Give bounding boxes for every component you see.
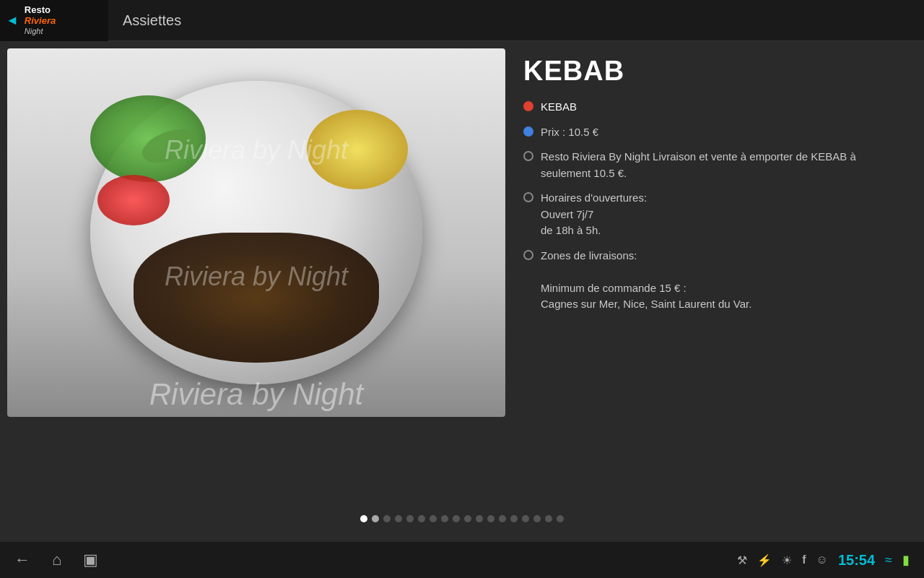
dot-14[interactable]	[522, 515, 529, 522]
image-icon: ☀	[782, 553, 792, 567]
dot-17[interactable]	[557, 515, 564, 522]
android-icon: ⚒	[737, 553, 747, 567]
detail-hours-text: Horaires d'ouvertures:Ouvert 7j/7de 18h …	[541, 190, 647, 239]
bullet-gray-icon-1	[523, 151, 533, 161]
android-bottom-bar: ← ⌂ ▣ ⚒ ⚡ ☀ f ☺ 15:54 ≈ ▮	[0, 542, 924, 578]
dot-7[interactable]	[441, 515, 448, 522]
detail-zones: Zones de livraisons:Minimum de commande …	[523, 248, 906, 313]
pagination-dots	[0, 504, 924, 533]
detail-price-text: Prix : 10.5 €	[541, 124, 598, 141]
detail-description-text: Resto Riviera By Night Livraison et vent…	[541, 149, 906, 181]
logo-riviera: Riviera	[25, 15, 56, 27]
home-nav-button[interactable]: ⌂	[52, 551, 61, 569]
logo-area[interactable]: ◄ Resto Riviera Night	[0, 0, 108, 41]
dot-5[interactable]	[418, 515, 425, 522]
bullet-gray-icon-3	[523, 250, 533, 260]
dish-title: KEBAB	[523, 56, 906, 87]
dot-0[interactable]	[360, 515, 367, 522]
battery-icon: ▮	[902, 552, 910, 568]
dot-4[interactable]	[406, 515, 414, 522]
food-kebab	[134, 233, 379, 363]
nav-buttons: ← ⌂ ▣	[14, 551, 98, 569]
dot-8[interactable]	[453, 515, 460, 522]
detail-description: Resto Riviera By Night Livraison et vent…	[523, 149, 906, 181]
food-rice	[307, 110, 408, 189]
detail-price: Prix : 10.5 €	[523, 124, 906, 141]
dot-12[interactable]	[499, 515, 506, 522]
dot-3[interactable]	[395, 515, 402, 522]
dot-11[interactable]	[487, 515, 494, 522]
logo-text-block: Resto Riviera Night	[25, 4, 56, 36]
main-content: Riviera by Night Riviera by Night Rivier…	[0, 41, 924, 499]
logo-night: Night	[25, 27, 56, 36]
detail-zones-text: Zones de livraisons:Minimum de commande …	[541, 248, 751, 313]
status-icons: ⚒ ⚡ ☀ f ☺ 15:54 ≈ ▮	[737, 552, 910, 569]
wifi-icon: ≈	[885, 553, 892, 568]
usb-icon: ⚡	[757, 553, 772, 567]
apps-nav-button[interactable]: ▣	[83, 551, 98, 569]
logo-resto: Resto	[25, 4, 56, 16]
bullet-blue-icon	[523, 126, 533, 137]
detail-hours: Horaires d'ouvertures:Ouvert 7j/7de 18h …	[523, 190, 906, 239]
person-icon: ☺	[816, 553, 828, 566]
back-arrow-icon[interactable]: ◄	[6, 13, 19, 28]
dot-10[interactable]	[476, 515, 483, 522]
page-title: Assiettes	[108, 12, 181, 29]
bullet-red-icon	[523, 101, 533, 111]
dot-9[interactable]	[464, 515, 471, 522]
food-tomatoes	[97, 175, 170, 225]
detail-name: KEBAB	[523, 99, 906, 116]
dot-13[interactable]	[510, 515, 518, 522]
facebook-icon: f	[802, 553, 806, 566]
bullet-gray-icon-2	[523, 192, 533, 202]
top-bar: ◄ Resto Riviera Night Assiettes	[0, 0, 924, 41]
dot-16[interactable]	[545, 515, 552, 522]
clock-display: 15:54	[838, 552, 875, 569]
dot-15[interactable]	[533, 515, 541, 522]
dot-6[interactable]	[430, 515, 437, 522]
detail-name-text: KEBAB	[541, 99, 577, 116]
dot-1[interactable]	[372, 515, 379, 522]
dish-image: Riviera by Night Riviera by Night Rivier…	[7, 48, 505, 417]
dot-2[interactable]	[383, 515, 391, 522]
details-section: KEBAB KEBAB Prix : 10.5 € Resto Riviera …	[513, 48, 917, 499]
back-nav-button[interactable]: ←	[14, 551, 30, 569]
plate-container	[32, 59, 480, 406]
